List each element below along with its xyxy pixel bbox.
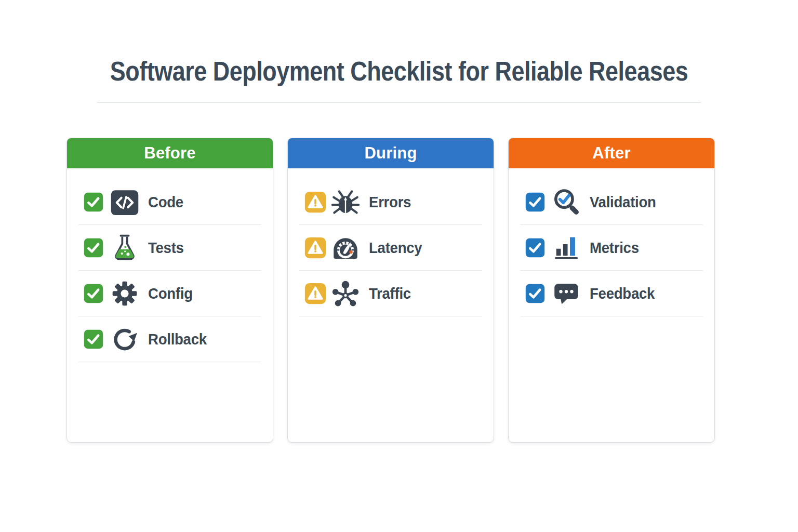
item-label: Feedback [590, 285, 655, 302]
column-card-during: During Errors Latency Traffic [287, 138, 494, 443]
checklist-items: Code Tests Config Rollback [67, 168, 273, 362]
flask-icon [110, 233, 139, 262]
checkbox-checked-icon[interactable] [525, 284, 545, 303]
magnifier-check-icon [552, 188, 581, 217]
checklist-items: Validation Metrics Feedback [509, 168, 714, 316]
bug-icon [331, 188, 360, 217]
bar-chart-icon [552, 233, 581, 262]
item-label: Code [148, 193, 183, 211]
checkbox-checked-icon[interactable] [525, 192, 545, 212]
warning-icon [304, 283, 326, 304]
checkbox-checked-icon[interactable] [84, 238, 103, 258]
title-divider [97, 102, 701, 103]
gear-icon [110, 279, 139, 308]
column-card-after: After Validation Metrics Feedback [508, 138, 715, 443]
rollback-arrow-icon [110, 325, 139, 354]
checklist-row: Metrics [520, 225, 703, 271]
checklist-row: Traffic [299, 271, 482, 316]
column-card-before: Before Code Tests Config Rollback [66, 138, 273, 443]
checklist-columns: Before Code Tests Config Rollback During… [66, 138, 715, 443]
checklist-row: Latency [299, 225, 482, 271]
checklist-row: Code [78, 179, 261, 225]
checkbox-checked-icon[interactable] [84, 284, 103, 303]
checklist-row: Config [78, 271, 261, 316]
checklist-row: Feedback [520, 271, 703, 316]
checkbox-checked-icon[interactable] [525, 238, 545, 258]
item-label: Traffic [369, 285, 411, 302]
checkbox-checked-icon[interactable] [84, 192, 103, 212]
item-label: Config [148, 285, 193, 302]
checklist-items: Errors Latency Traffic [288, 168, 494, 316]
column-header-after: After [509, 138, 714, 168]
checklist-row: Validation [520, 179, 703, 225]
item-label: Metrics [590, 239, 639, 257]
checklist-row: Tests [78, 225, 261, 271]
gauge-icon [331, 233, 360, 262]
checkbox-checked-icon[interactable] [84, 329, 103, 349]
item-label: Tests [148, 239, 184, 257]
column-header-before: Before [67, 138, 273, 168]
column-header-during: During [288, 138, 494, 168]
item-label: Latency [369, 239, 422, 257]
speech-bubble-icon [552, 279, 581, 308]
network-hub-icon [331, 279, 360, 308]
item-label: Rollback [148, 330, 207, 348]
warning-icon [304, 237, 326, 259]
code-icon [110, 188, 139, 217]
item-label: Validation [590, 193, 656, 211]
page-title: Software Deployment Checklist for Reliab… [48, 58, 750, 85]
item-label: Errors [369, 193, 411, 211]
warning-icon [304, 191, 326, 213]
checklist-row: Errors [299, 179, 482, 225]
checklist-row: Rollback [78, 316, 261, 362]
